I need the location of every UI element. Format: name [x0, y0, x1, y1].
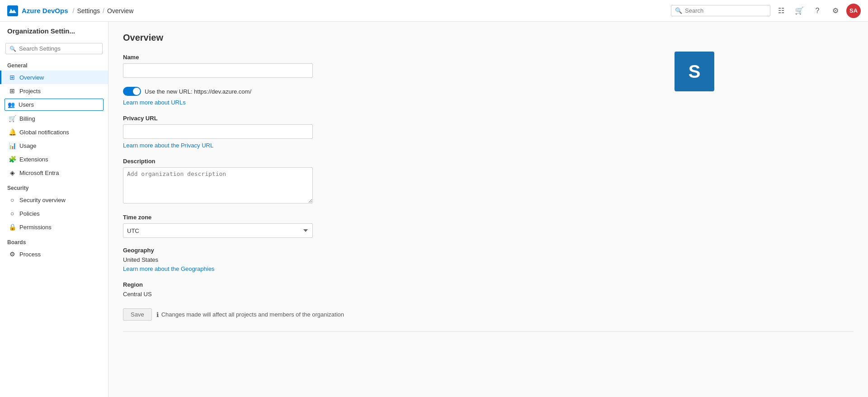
sidebar-item-policies[interactable]: ○ Policies: [0, 207, 108, 220]
usage-icon: 📊: [9, 142, 16, 149]
policies-icon: ○: [9, 210, 16, 217]
entra-icon: ◈: [9, 169, 16, 176]
name-field-group: Name: [123, 54, 854, 78]
notifications-icon: 🔔: [9, 128, 16, 136]
search-settings-box[interactable]: 🔍: [5, 43, 103, 54]
main-content: Overview Name Use the new URL: https://d…: [108, 22, 868, 397]
sidebar-item-security-overview[interactable]: ○ Security overview: [0, 193, 108, 207]
breadcrumb-overview: Overview: [107, 7, 133, 14]
timezone-select[interactable]: UTC Pacific Time Eastern Time Central Ti…: [123, 223, 313, 238]
privacy-url-group: Privacy URL Learn more about the Privacy…: [123, 115, 854, 149]
description-group: Description: [123, 158, 854, 205]
basket-icon-btn[interactable]: 🛒: [792, 4, 807, 18]
save-bar: Save ℹ Changes made will affect all proj…: [123, 308, 854, 321]
geography-value: United States: [123, 256, 854, 263]
privacy-url-input[interactable]: [123, 124, 313, 139]
search-icon: 🔍: [675, 7, 682, 14]
top-navigation: Azure DevOps / Settings / Overview 🔍 ☷ 🛒…: [0, 0, 868, 22]
azure-devops-logo[interactable]: Azure DevOps: [7, 5, 68, 16]
name-input[interactable]: [123, 63, 313, 78]
search-settings-input[interactable]: [19, 45, 99, 52]
timezone-group: Time zone UTC Pacific Time Eastern Time …: [123, 214, 854, 238]
extensions-icon: 🧩: [9, 156, 16, 163]
general-section-label: General: [0, 57, 108, 71]
sidebar-policies-label: Policies: [19, 210, 40, 217]
security-section-label: Security: [0, 180, 108, 193]
sidebar-item-users-wrapper: 👥 Users: [0, 98, 108, 112]
sidebar-item-extensions[interactable]: 🧩 Extensions: [0, 152, 108, 166]
toggle-label: Use the new URL: https://dev.azure.com/: [145, 88, 251, 95]
description-label: Description: [123, 158, 854, 165]
help-icon-btn[interactable]: ?: [810, 4, 825, 18]
sidebar-projects-label: Projects: [19, 88, 41, 95]
privacy-url-label: Privacy URL: [123, 115, 854, 122]
sidebar-item-process[interactable]: ⚙ Process: [0, 247, 108, 261]
geography-label: Geography: [123, 247, 854, 254]
boards-section-label: Boards: [0, 234, 108, 247]
logo-text: Azure DevOps: [22, 7, 68, 14]
region-label: Region: [123, 281, 854, 288]
sidebar-entra-label: Microsoft Entra: [19, 170, 59, 176]
main-layout: Organization Settin... 🔍 General ⊞ Overv…: [0, 22, 868, 397]
top-nav-right: 🔍 ☷ 🛒 ? ⚙ SA: [671, 4, 861, 18]
sidebar-notifications-label: Global notifications: [19, 129, 69, 136]
sidebar-billing-label: Billing: [19, 115, 35, 122]
sidebar-process-label: Process: [19, 251, 41, 258]
region-group: Region Central US: [123, 281, 854, 298]
permissions-icon: 🔒: [9, 223, 16, 231]
description-textarea[interactable]: [123, 167, 313, 203]
filter-icon-btn[interactable]: ☷: [774, 4, 788, 18]
bottom-divider: [123, 331, 854, 332]
sidebar-security-overview-label: Security overview: [19, 197, 66, 203]
sidebar-item-global-notifications[interactable]: 🔔 Global notifications: [0, 125, 108, 139]
name-label: Name: [123, 54, 854, 61]
region-value: Central US: [123, 291, 854, 298]
main-wrapper: Overview Name Use the new URL: https://d…: [108, 22, 868, 397]
sidebar-item-microsoft-entra[interactable]: ◈ Microsoft Entra: [0, 166, 108, 180]
process-icon: ⚙: [9, 250, 16, 258]
page-title: Overview: [123, 33, 854, 43]
sidebar-item-overview[interactable]: ⊞ Overview: [0, 71, 108, 84]
learn-url-link[interactable]: Learn more about URLs: [123, 99, 186, 106]
sidebar-overview-label: Overview: [19, 74, 44, 81]
sidebar-search-icon: 🔍: [9, 46, 16, 52]
svg-rect-0: [7, 5, 18, 16]
global-search-box[interactable]: 🔍: [671, 5, 770, 16]
save-button[interactable]: Save: [123, 308, 152, 321]
security-overview-icon: ○: [9, 196, 16, 203]
sidebar-users-label: Users: [19, 101, 34, 108]
global-search-input[interactable]: [685, 7, 766, 14]
sidebar-item-usage[interactable]: 📊 Usage: [0, 139, 108, 152]
save-info-text: Changes made will affect all projects an…: [161, 311, 344, 318]
billing-icon: 🛒: [9, 115, 16, 122]
timezone-label: Time zone: [123, 214, 854, 221]
save-info: ℹ Changes made will affect all projects …: [156, 311, 344, 318]
sidebar-item-permissions[interactable]: 🔒 Permissions: [0, 220, 108, 234]
learn-privacy-link[interactable]: Learn more about the Privacy URL: [123, 142, 213, 149]
sidebar-extensions-label: Extensions: [19, 156, 48, 163]
url-toggle[interactable]: [123, 87, 141, 96]
users-icon: 👥: [8, 101, 15, 108]
projects-icon: ⊞: [9, 87, 16, 95]
sidebar-item-billing[interactable]: 🛒 Billing: [0, 112, 108, 125]
breadcrumb: / Settings / Overview: [73, 7, 134, 14]
sidebar-item-projects[interactable]: ⊞ Projects: [0, 84, 108, 98]
sidebar-permissions-label: Permissions: [19, 224, 52, 231]
sidebar: Organization Settin... 🔍 General ⊞ Overv…: [0, 22, 108, 397]
overview-icon: ⊞: [9, 74, 16, 81]
settings-icon-btn[interactable]: ⚙: [828, 4, 843, 18]
sidebar-search-container: 🔍: [0, 40, 108, 57]
breadcrumb-settings[interactable]: Settings: [77, 7, 100, 14]
geography-group: Geography United States Learn more about…: [123, 247, 854, 272]
sidebar-usage-label: Usage: [19, 142, 37, 149]
info-icon: ℹ: [156, 311, 159, 318]
sidebar-header: Organization Settin...: [0, 22, 108, 40]
sidebar-item-users[interactable]: 👥 Users: [5, 99, 104, 111]
url-toggle-group: Use the new URL: https://dev.azure.com/ …: [123, 87, 854, 106]
toggle-knob: [133, 88, 140, 95]
learn-geo-link[interactable]: Learn more about the Geographies: [123, 265, 214, 272]
user-avatar[interactable]: SA: [846, 4, 861, 18]
